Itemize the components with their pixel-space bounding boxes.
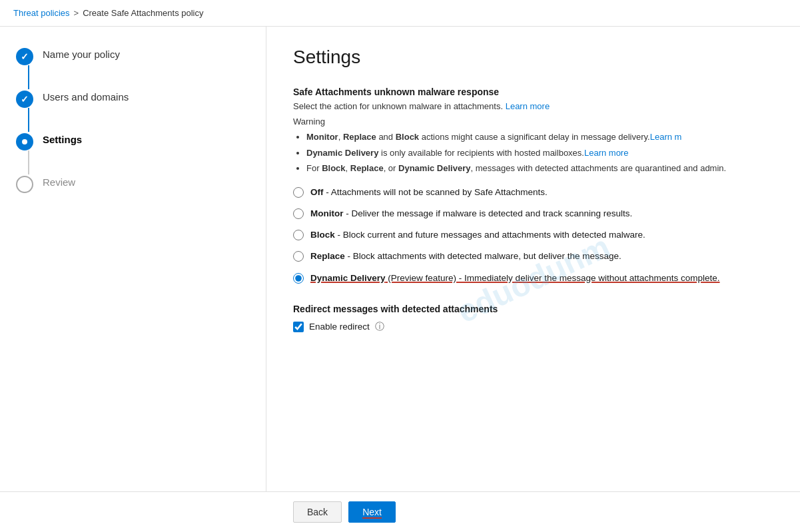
warning-list: Monitor, Replace and Block actions might… [293,131,773,175]
radio-dynamic[interactable] [293,273,304,284]
warning-block: Warning Monitor, Replace and Block actio… [293,117,773,175]
back-button[interactable]: Back [293,501,342,523]
footer-buttons: Back Next [0,491,800,531]
radio-option-block[interactable]: Block - Block current and future message… [293,228,773,242]
warning-item-1: Monitor, Replace and Block actions might… [306,131,773,144]
step-label-users-domains: Users and domains [43,89,129,103]
enable-redirect-label: Enable redirect [309,322,370,332]
learn-more-link-2[interactable]: Learn more [584,148,628,158]
radio-option-monitor[interactable]: Monitor - Deliver the message if malware… [293,207,773,220]
breadcrumb: Threat policies > Create Safe Attachment… [0,0,800,27]
footer-spacer [293,353,773,393]
radio-option-off[interactable]: Off - Attachments will not be scanned by… [293,186,773,199]
safe-attachments-desc: Select the action for unknown malware in… [293,101,773,111]
radio-replace[interactable] [293,251,304,262]
dynamic-delivery-text: Dynamic Delivery (Preview feature) - Imm… [310,273,720,283]
warning-item-3: For Block, Replace, or Dynamic Delivery,… [306,162,773,175]
warning-title: Warning [293,117,773,127]
step-label-review: Review [43,174,75,188]
learn-more-link-1[interactable]: Learn m [650,132,682,142]
breadcrumb-separator: > [74,8,79,18]
radio-off-label: Off - Attachments will not be scanned by… [310,186,548,199]
step-circle-review [16,176,33,193]
step-circle-name-policy: ✓ [16,48,33,65]
step-circle-users-domains: ✓ [16,91,33,108]
radio-option-dynamic[interactable]: Dynamic Delivery (Preview feature) - Imm… [293,272,773,285]
safe-attachments-title: Safe Attachments unknown malware respons… [293,87,773,97]
connector-2 [28,108,29,132]
checkmark-icon: ✓ [21,52,29,61]
enable-redirect-checkbox[interactable] [293,322,304,332]
learn-more-link[interactable]: Learn more [506,101,550,111]
checkmark-icon-2: ✓ [21,95,29,104]
breadcrumb-link[interactable]: Threat policies [13,8,70,18]
radio-replace-label: Replace - Block attachments with detecte… [310,250,621,263]
radio-option-replace[interactable]: Replace - Block attachments with detecte… [293,250,773,263]
active-dot [22,139,27,144]
warning-item-2: Dynamic Delivery is only available for r… [306,146,773,160]
radio-dynamic-label: Dynamic Delivery (Preview feature) - Imm… [310,272,720,285]
radio-block[interactable] [293,230,304,240]
step-users-domains: ✓ Users and domains [16,89,250,108]
page-title: Settings [293,47,773,68]
content-area: eduodunm Settings Safe Attachments unkno… [266,27,800,531]
step-circle-settings [16,133,33,150]
radio-off[interactable] [293,187,304,198]
next-button[interactable]: Next [348,501,396,523]
redirect-section: Redirect messages with detected attachme… [293,304,773,333]
info-icon[interactable]: ⓘ [375,321,384,333]
connector-3 [28,150,29,174]
checkbox-row: Enable redirect ⓘ [293,321,773,333]
radio-block-label: Block - Block current and future message… [310,228,645,242]
main-layout: ✓ Name your policy ✓ Users and domains S… [0,27,800,531]
redirect-title: Redirect messages with detected attachme… [293,304,773,314]
radio-options: Off - Attachments will not be scanned by… [293,186,773,285]
radio-monitor[interactable] [293,208,304,219]
radio-monitor-label: Monitor - Deliver the message if malware… [310,207,632,220]
connector-1 [28,65,29,89]
safe-attachments-desc-text: Select the action for unknown malware in… [293,101,506,111]
step-label-settings: Settings [43,132,82,145]
sidebar: ✓ Name your policy ✓ Users and domains S… [0,27,266,531]
step-name-policy: ✓ Name your policy [16,47,250,65]
step-settings: Settings [16,132,250,150]
step-review: Review [16,174,250,193]
step-label-name-policy: Name your policy [43,47,120,60]
breadcrumb-current: Create Safe Attachments policy [83,8,203,18]
